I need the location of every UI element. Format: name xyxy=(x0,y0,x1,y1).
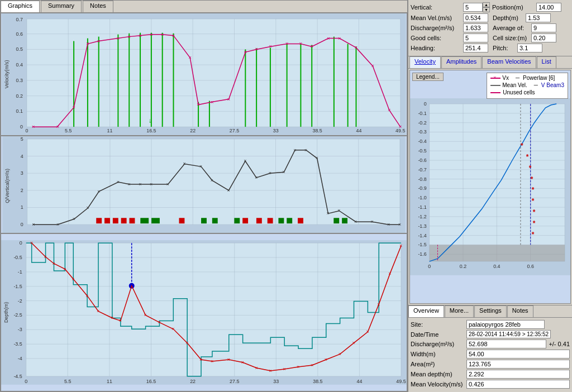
svg-text:-1.5: -1.5 xyxy=(418,242,426,247)
overview-tabs-bar: Overview More... Settings Notes xyxy=(408,305,572,318)
svg-text:-0.4: -0.4 xyxy=(418,138,426,144)
svg-text:×: × xyxy=(211,99,214,105)
tab-settings[interactable]: Settings xyxy=(474,305,507,317)
svg-text:×: × xyxy=(139,32,142,39)
svg-text:×: × xyxy=(63,266,66,272)
tab-list[interactable]: List xyxy=(537,56,556,68)
svg-text:×: × xyxy=(199,357,202,362)
svg-text:×: × xyxy=(269,170,271,176)
svg-text:×: × xyxy=(366,329,369,334)
svg-rect-127 xyxy=(287,218,292,223)
svg-text:×: × xyxy=(325,357,327,362)
svg-text:×: × xyxy=(117,179,120,185)
legend-mean-vel: Mean Vel. xyxy=(502,82,527,88)
svg-text:×: × xyxy=(299,40,302,46)
svg-rect-114 xyxy=(113,218,118,223)
svg-text:×: × xyxy=(297,364,299,370)
overview-content: Site: palaiopyrgos 28feb Date/Time 28-02… xyxy=(408,318,572,392)
svg-text:×: × xyxy=(399,123,402,130)
svg-text:33: 33 xyxy=(273,379,279,384)
pitch-label: Pitch: xyxy=(493,45,515,51)
svg-text:-3: -3 xyxy=(18,327,22,332)
mean-vel-label: Mean Vel.(m/s) xyxy=(411,15,461,21)
svg-text:16.5: 16.5 xyxy=(146,128,156,133)
depth-value: 1.53 xyxy=(526,13,551,22)
q-chart-panel: 0 1 2 3 4 5 Q/Vertical(m³/s) xyxy=(1,136,407,233)
svg-text:×: × xyxy=(269,43,272,49)
svg-text:↓: ↓ xyxy=(149,117,152,125)
svg-text:×: × xyxy=(150,31,153,37)
svg-text:×: × xyxy=(282,169,285,175)
svg-text:33: 33 xyxy=(273,128,279,133)
svg-text:5.5: 5.5 xyxy=(65,128,72,133)
svg-text:×: × xyxy=(44,254,47,260)
svg-text:-0.3: -0.3 xyxy=(418,129,426,135)
legend-button[interactable]: Legend... xyxy=(412,73,444,81)
tab-overview[interactable]: Overview xyxy=(408,305,444,317)
svg-text:38.5: 38.5 xyxy=(312,128,322,133)
tab-notes[interactable]: Notes xyxy=(83,1,113,12)
svg-text:×: × xyxy=(85,293,88,299)
tab-more[interactable]: More... xyxy=(445,305,474,317)
svg-text:×: × xyxy=(387,222,390,227)
svg-text:0.6: 0.6 xyxy=(527,264,534,269)
svg-rect-113 xyxy=(104,218,110,223)
datetime-value: 28-02-2014 11:44:59 > 12:35:52 xyxy=(466,330,551,338)
svg-rect-119 xyxy=(179,218,185,223)
svg-text:Depth(m): Depth(m) xyxy=(3,302,9,323)
svg-text:-1.1: -1.1 xyxy=(418,204,426,210)
svg-text:×: × xyxy=(377,302,380,307)
svg-text:×: × xyxy=(327,35,330,41)
depth-label: Depth(m) xyxy=(493,15,523,21)
svg-text:-3.5: -3.5 xyxy=(13,341,22,347)
svg-text:×: × xyxy=(199,164,202,169)
overview-section: Overview More... Settings Notes Site: pa… xyxy=(408,305,572,392)
svg-text:0.4: 0.4 xyxy=(16,62,23,68)
svg-text:0.4: 0.4 xyxy=(493,264,500,269)
svg-text:×: × xyxy=(269,368,271,374)
svg-text:×: × xyxy=(86,40,89,46)
svg-rect-124 xyxy=(256,218,262,223)
svg-text:×: × xyxy=(388,107,391,113)
svg-text:0.5: 0.5 xyxy=(16,46,23,52)
svg-text:×: × xyxy=(172,32,175,39)
tab-velocity[interactable]: Velocity xyxy=(409,56,441,68)
vertical-up[interactable]: ▲ xyxy=(483,2,490,7)
vertical-down[interactable]: ▼ xyxy=(483,7,490,12)
velocity-chart-panel: 0 0.1 0.2 0.3 0.4 0.5 0.6 0.7 Velocity(m… xyxy=(1,13,407,136)
svg-text:Q/Vertical(m³/s): Q/Vertical(m³/s) xyxy=(4,169,10,203)
svg-text:-0.2: -0.2 xyxy=(418,120,426,126)
svg-text:×: × xyxy=(283,366,285,372)
legend-vx: Vx xyxy=(502,75,509,81)
svg-text:-1.3: -1.3 xyxy=(418,223,426,229)
svg-text:-4: -4 xyxy=(18,356,22,361)
left-panel: Graphics Summary Notes xyxy=(0,0,408,392)
vertical-spinner[interactable]: ▲ ▼ xyxy=(463,2,490,12)
svg-rect-120 xyxy=(201,218,207,223)
svg-text:5: 5 xyxy=(21,136,23,142)
svg-text:-1.2: -1.2 xyxy=(418,214,426,219)
tab-amplitudes[interactable]: Amplitudes xyxy=(441,56,482,68)
svg-rect-115 xyxy=(121,218,127,223)
svg-text:-4.5: -4.5 xyxy=(13,374,22,379)
svg-rect-117 xyxy=(140,218,149,223)
vertical-input[interactable] xyxy=(463,3,483,12)
mean-depth-label: Mean depth(m) xyxy=(411,371,466,377)
width-value: 54.00 xyxy=(466,350,570,358)
svg-text:×: × xyxy=(171,326,174,332)
svg-text:×: × xyxy=(32,123,35,130)
tab-beam-velocities[interactable]: Beam Velocities xyxy=(482,56,536,68)
svg-text:×: × xyxy=(30,240,33,246)
svg-text:×: × xyxy=(56,123,59,130)
svg-rect-129 xyxy=(333,218,339,223)
tab-graphics[interactable]: Graphics xyxy=(1,1,40,12)
svg-text:×: × xyxy=(111,315,113,321)
svg-text:×: × xyxy=(97,38,101,44)
svg-text:*: * xyxy=(526,153,529,161)
discharge-label: Discharge(m²/s) xyxy=(411,25,461,31)
tab-ov-notes[interactable]: Notes xyxy=(507,305,533,317)
velocity-profile-panel: Legend... × Vx ─ Powerlaw [6] xyxy=(409,70,571,304)
tab-summary[interactable]: Summary xyxy=(41,1,82,12)
right-tabs-bar: Velocity Amplitudes Beam Velocities List xyxy=(408,56,572,69)
svg-text:×: × xyxy=(339,351,341,357)
